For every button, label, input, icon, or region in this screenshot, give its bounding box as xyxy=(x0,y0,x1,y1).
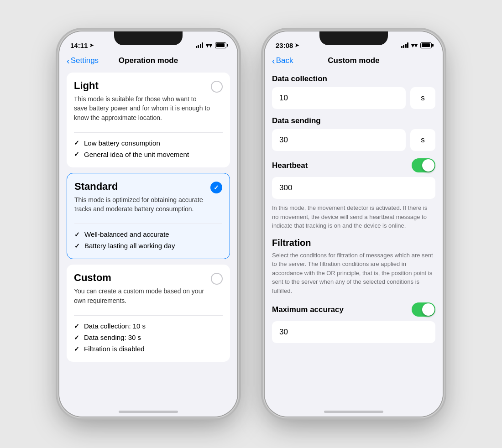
data-collection-input[interactable]: 10 xyxy=(272,87,406,109)
filtration-title: Filtration xyxy=(272,238,435,248)
feature-light-1: ✓ Low battery consumption xyxy=(74,137,223,149)
filtration-desc: Select the conditions for filtration of … xyxy=(272,251,435,296)
check-icon-standard-2: ✓ xyxy=(74,242,80,250)
feature-standard-1: ✓ Well-balanced and accurate xyxy=(74,229,222,240)
feature-label-custom-1: Data collection: 10 s xyxy=(84,322,146,330)
feature-standard-2: ✓ Battery lasting all working day xyxy=(74,240,222,251)
heartbeat-toggle[interactable] xyxy=(412,158,435,172)
feature-label-light-1: Low battery consumption xyxy=(84,139,160,147)
signal-bars-right xyxy=(401,42,409,48)
mode-title-custom: Custom xyxy=(74,272,211,284)
wifi-icon-right: ▾▾ xyxy=(411,42,418,49)
phone-right: 23:08 ➤ ▾▾ ‹ Back Custom mode xyxy=(265,31,443,417)
mode-card-custom[interactable]: Custom You can create a custom mode base… xyxy=(67,265,230,362)
max-accuracy-label: Maximum accuracy xyxy=(272,305,344,314)
battery-icon-right xyxy=(420,42,432,48)
back-label-right: Back xyxy=(276,56,293,65)
feature-label-standard-1: Well-balanced and accurate xyxy=(84,230,169,238)
heartbeat-row: Heartbeat xyxy=(272,158,435,172)
check-icon-custom-1: ✓ xyxy=(74,323,79,330)
chevron-left-icon: ‹ xyxy=(67,56,70,65)
data-sending-input[interactable]: 30 xyxy=(272,129,406,151)
check-icon-custom-2: ✓ xyxy=(74,334,79,341)
check-icon-standard-1: ✓ xyxy=(74,231,80,238)
home-indicator-left xyxy=(119,411,178,413)
wifi-icon-left: ▾▾ xyxy=(206,42,212,49)
scroll-content-left[interactable]: Light This mode is suitable for those wh… xyxy=(59,69,237,404)
mode-desc-custom: You can create a custom mode based on yo… xyxy=(74,287,211,305)
heartbeat-label: Heartbeat xyxy=(272,161,308,170)
status-bar-left: 14:11 ➤ ▾▾ xyxy=(59,31,237,54)
data-collection-label: Data collection xyxy=(272,74,435,83)
data-sending-unit: s xyxy=(410,129,435,151)
signal-bars-left xyxy=(196,42,204,48)
feature-custom-3: ✓ Filtration is disabled xyxy=(74,343,223,354)
max-accuracy-toggle[interactable] xyxy=(412,302,435,317)
divider-light xyxy=(74,132,223,133)
mode-desc-light: This mode is suitable for those who want… xyxy=(74,94,211,122)
feature-light-2: ✓ General idea of the unit movement xyxy=(74,149,223,160)
location-icon-left: ➤ xyxy=(89,42,94,48)
mode-title-light: Light xyxy=(74,80,211,92)
max-accuracy-row: Maximum accuracy xyxy=(272,302,435,317)
data-collection-row: 10 s xyxy=(272,87,435,109)
check-icon-custom-3: ✓ xyxy=(74,345,79,353)
radio-custom[interactable] xyxy=(211,273,223,285)
max-accuracy-input[interactable]: 30 xyxy=(272,321,435,343)
nav-bar-right: ‹ Back Custom mode xyxy=(265,54,443,69)
check-icon-light-1: ✓ xyxy=(74,139,79,146)
status-icons-right: ▾▾ xyxy=(401,42,432,49)
divider-standard xyxy=(74,224,222,224)
mode-card-light[interactable]: Light This mode is suitable for those wh… xyxy=(67,73,230,167)
home-indicator-right xyxy=(324,411,383,413)
feature-label-standard-2: Battery lasting all working day xyxy=(84,242,175,250)
radio-light[interactable] xyxy=(211,81,223,93)
phone-left: 14:11 ➤ ▾▾ ‹ Settings Operation mode xyxy=(59,31,237,417)
heartbeat-input[interactable]: 300 xyxy=(272,177,435,199)
chevron-left-icon-right: ‹ xyxy=(272,56,275,65)
mode-desc-standard: This mode is optimized for obtaining acc… xyxy=(74,195,210,214)
check-icon-light-2: ✓ xyxy=(74,151,79,158)
back-button-right[interactable]: ‹ Back xyxy=(272,56,293,65)
data-sending-label: Data sending xyxy=(272,116,435,125)
feature-label-custom-3: Filtration is disabled xyxy=(84,345,145,353)
heartbeat-note: In this mode, the movement detector is a… xyxy=(272,203,435,230)
feature-custom-1: ✓ Data collection: 10 s xyxy=(74,320,223,332)
battery-icon-left xyxy=(215,42,226,48)
feature-label-custom-2: Data sending: 30 s xyxy=(84,333,141,341)
time-left: 14:11 xyxy=(70,42,88,49)
nav-title-left: Operation mode xyxy=(119,56,178,65)
feature-custom-2: ✓ Data sending: 30 s xyxy=(74,332,223,343)
mode-card-standard[interactable]: Standard This mode is optimized for obta… xyxy=(67,173,230,260)
back-button-left[interactable]: ‹ Settings xyxy=(67,56,99,65)
location-icon-right: ➤ xyxy=(295,42,299,48)
feature-label-light-2: General idea of the unit movement xyxy=(84,151,189,158)
status-icons-left: ▾▾ xyxy=(196,42,227,49)
back-label-left: Settings xyxy=(71,56,99,65)
scroll-content-right[interactable]: Data collection 10 s Data sending 30 s H… xyxy=(265,69,443,404)
data-sending-row: 30 s xyxy=(272,129,435,151)
status-bar-right: 23:08 ➤ ▾▾ xyxy=(265,31,443,54)
nav-title-right: Custom mode xyxy=(328,56,379,65)
mode-title-standard: Standard xyxy=(74,181,210,193)
radio-standard[interactable] xyxy=(210,182,222,193)
nav-bar-left: ‹ Settings Operation mode xyxy=(59,54,237,69)
time-right: 23:08 xyxy=(276,42,293,49)
data-collection-unit: s xyxy=(410,87,435,109)
divider-custom xyxy=(74,315,223,316)
